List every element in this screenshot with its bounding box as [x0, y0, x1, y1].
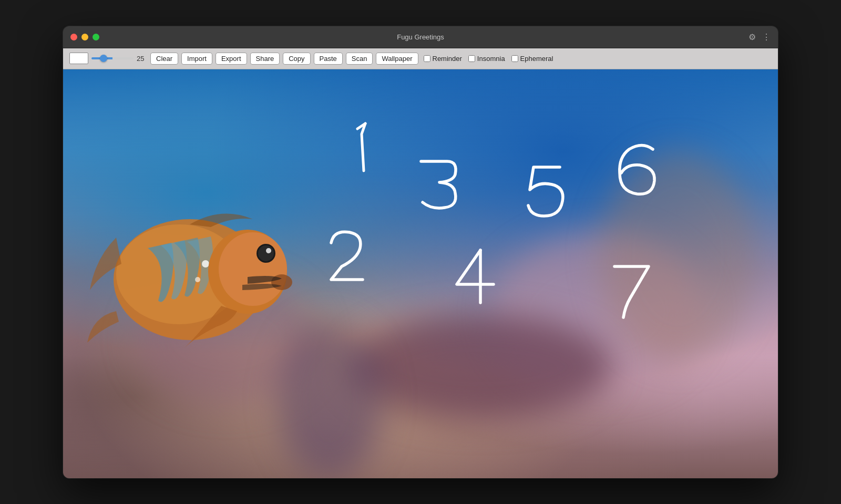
- ephemeral-checkbox[interactable]: [511, 55, 518, 62]
- close-button[interactable]: [70, 34, 77, 40]
- canvas-area[interactable]: [63, 69, 778, 478]
- ephemeral-checkbox-label[interactable]: Ephemeral: [511, 55, 553, 63]
- coral-blob-3: [349, 314, 612, 419]
- brush-size-control: 25: [91, 55, 147, 63]
- svg-point-11: [219, 232, 287, 306]
- reminder-checkbox-label[interactable]: Reminder: [424, 55, 462, 63]
- menu-icon[interactable]: ⋮: [762, 32, 771, 42]
- scan-button[interactable]: Scan: [346, 53, 373, 65]
- color-swatch[interactable]: [69, 53, 88, 64]
- clear-button[interactable]: Clear: [150, 53, 178, 65]
- insomnia-label: Insomnia: [477, 55, 505, 63]
- reminder-checkbox[interactable]: [424, 55, 430, 62]
- fish-illustration: [85, 143, 305, 395]
- traffic-lights: [70, 34, 99, 40]
- share-button[interactable]: Share: [250, 53, 280, 65]
- app-window: Fugu Greetings ⚙ ⋮ 25 Clear Import Expor…: [63, 26, 778, 478]
- toolbar: 25 Clear Import Export Share Copy Paste …: [63, 48, 778, 69]
- brush-size-value: 25: [137, 55, 147, 63]
- export-button[interactable]: Export: [216, 53, 247, 65]
- titlebar: Fugu Greetings ⚙ ⋮: [63, 26, 778, 48]
- brush-size-slider[interactable]: [91, 57, 134, 59]
- insomnia-checkbox[interactable]: [468, 55, 475, 62]
- paste-button[interactable]: Paste: [314, 53, 343, 65]
- maximize-button[interactable]: [93, 34, 99, 40]
- svg-point-2: [202, 260, 209, 268]
- insomnia-checkbox-label[interactable]: Insomnia: [468, 55, 505, 63]
- extensions-icon[interactable]: ⚙: [748, 32, 756, 42]
- svg-point-6: [195, 277, 200, 282]
- background: [63, 69, 778, 478]
- reminder-label: Reminder: [433, 55, 462, 63]
- coral-blob-4: [599, 151, 757, 361]
- import-button[interactable]: Import: [181, 53, 212, 65]
- copy-button[interactable]: Copy: [283, 53, 310, 65]
- minimize-button[interactable]: [81, 34, 88, 40]
- titlebar-actions: ⚙ ⋮: [748, 32, 771, 42]
- svg-point-13: [258, 245, 274, 261]
- window-title: Fugu Greetings: [397, 33, 444, 41]
- checkbox-group: Reminder Insomnia Ephemeral: [424, 55, 553, 63]
- ephemeral-label: Ephemeral: [520, 55, 553, 63]
- wallpaper-button[interactable]: Wallpaper: [376, 53, 418, 65]
- svg-point-14: [266, 248, 271, 253]
